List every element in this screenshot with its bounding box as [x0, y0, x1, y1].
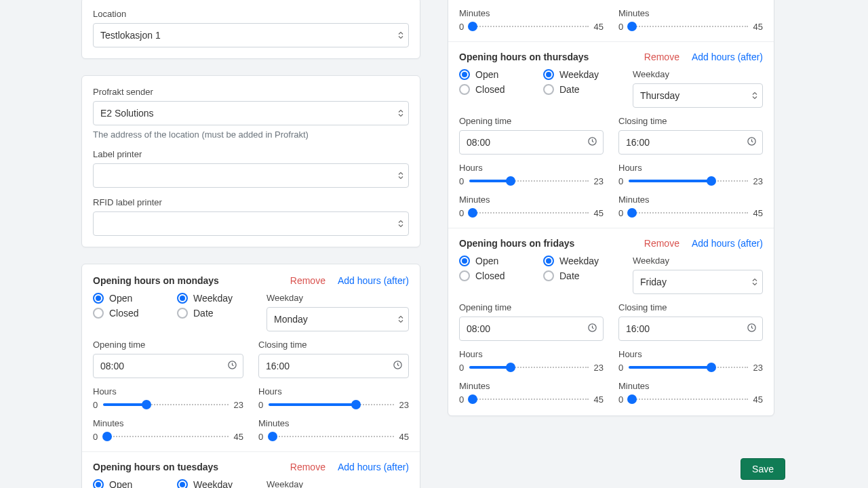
weekday-radio[interactable]: Weekday	[543, 256, 618, 266]
weekday-radio-label: Weekday	[193, 479, 233, 488]
date-radio[interactable]: Date	[177, 308, 252, 319]
weekday-select[interactable]	[633, 83, 763, 108]
clock-icon	[747, 323, 757, 335]
closed-radio[interactable]: Closed	[459, 84, 534, 95]
slider-min: 0	[618, 363, 623, 373]
weekday-radio[interactable]: Weekday	[177, 479, 252, 488]
weekday-radio-label: Weekday	[559, 69, 599, 80]
minutes-slider[interactable]	[469, 207, 588, 218]
hours-slider[interactable]	[629, 362, 747, 373]
weekday-radio[interactable]: Weekday	[543, 69, 618, 80]
date-radio-label: Date	[559, 84, 580, 95]
hours-slider-label: Hours	[459, 163, 604, 173]
opening-time-input[interactable]	[459, 130, 604, 155]
hours-slider[interactable]	[629, 176, 747, 186]
weekday-radio-label: Weekday	[559, 256, 599, 266]
weekday-radio-label: Weekday	[193, 293, 233, 304]
thursday-title: Opening hours on thursdays	[459, 52, 589, 62]
closed-radio-label: Closed	[475, 84, 505, 95]
weekday-field-label: Weekday	[267, 293, 409, 303]
clock-icon	[587, 136, 597, 148]
weekday-field-label: Weekday	[633, 256, 763, 266]
save-button[interactable]: Save	[741, 458, 785, 480]
friday-title: Opening hours on fridays	[459, 238, 574, 249]
slider-min: 0	[618, 176, 623, 186]
opening-time-label: Opening time	[459, 302, 604, 312]
weekday-select[interactable]	[633, 270, 763, 294]
hours-slider-label: Hours	[258, 386, 409, 396]
hours-slider[interactable]	[469, 362, 588, 373]
opening-time-input[interactable]	[459, 317, 604, 341]
add-hours-link[interactable]: Add hours (after)	[692, 238, 763, 249]
profrakt-sender-label: Profrakt sender	[93, 87, 409, 97]
minutes-slider[interactable]	[629, 394, 747, 405]
hours-slider[interactable]	[469, 176, 588, 186]
minutes-slider-label: Minutes	[618, 195, 763, 205]
closed-radio-label: Closed	[475, 270, 505, 281]
clock-icon	[587, 323, 597, 335]
closing-time-label: Closing time	[618, 302, 763, 312]
tuesday-title: Opening hours on tuesdays	[93, 462, 218, 472]
date-radio[interactable]: Date	[543, 84, 618, 95]
hours-slider[interactable]	[103, 399, 228, 410]
minutes-slider[interactable]	[103, 431, 228, 442]
date-radio[interactable]: Date	[543, 270, 618, 281]
slider-max: 45	[753, 394, 763, 405]
hours-slider[interactable]	[269, 399, 393, 410]
minutes-slider[interactable]	[469, 394, 588, 405]
add-hours-link[interactable]: Add hours (after)	[692, 52, 763, 62]
monday-title: Opening hours on mondays	[93, 275, 219, 286]
slider-max: 23	[399, 400, 409, 410]
slider-min: 0	[618, 22, 623, 32]
minutes-slider[interactable]	[469, 21, 588, 32]
open-radio[interactable]: Open	[459, 256, 534, 266]
rfid-label-printer-label: RFID label printer	[93, 197, 409, 207]
open-radio[interactable]: Open	[93, 293, 167, 304]
open-radio[interactable]: Open	[459, 69, 534, 80]
add-hours-link[interactable]: Add hours (after)	[338, 462, 409, 472]
add-hours-link[interactable]: Add hours (after)	[338, 275, 409, 286]
slider-min: 0	[459, 22, 464, 32]
open-radio-label: Open	[475, 256, 498, 266]
location-label: Location	[93, 9, 409, 19]
closed-radio[interactable]: Closed	[93, 308, 167, 319]
slider-min: 0	[618, 394, 623, 405]
remove-link[interactable]: Remove	[644, 52, 679, 62]
opening-time-input[interactable]	[93, 354, 243, 378]
location-card: Location	[81, 0, 420, 59]
hours-slider-label: Hours	[93, 386, 243, 396]
opening-time-label: Opening time	[459, 116, 604, 126]
open-radio-label: Open	[109, 293, 132, 304]
weekday-radio[interactable]: Weekday	[177, 293, 252, 304]
minutes-slider[interactable]	[269, 431, 393, 442]
open-radio-label: Open	[475, 69, 498, 80]
closing-time-input[interactable]	[258, 354, 409, 378]
remove-link[interactable]: Remove	[290, 462, 326, 472]
slider-max: 45	[753, 208, 763, 218]
location-select[interactable]	[93, 23, 409, 47]
slider-max: 45	[399, 432, 409, 442]
minutes-slider-label: Minutes	[258, 418, 409, 428]
closing-time-input[interactable]	[618, 130, 763, 155]
slider-min: 0	[459, 176, 464, 186]
open-radio[interactable]: Open	[93, 479, 167, 488]
date-radio-label: Date	[559, 270, 580, 281]
hours-slider-label: Hours	[618, 163, 763, 173]
minutes-slider[interactable]	[629, 207, 747, 218]
minutes-slider-label: Minutes	[93, 418, 243, 428]
rfid-label-printer-select[interactable]	[93, 211, 409, 236]
open-radio-label: Open	[109, 479, 132, 488]
clock-icon	[747, 136, 757, 148]
profrakt-sender-select[interactable]	[93, 101, 409, 125]
closing-time-input[interactable]	[618, 317, 763, 341]
clock-icon	[393, 360, 403, 372]
slider-min: 0	[258, 400, 263, 410]
weekday-select[interactable]	[267, 307, 409, 331]
remove-link[interactable]: Remove	[290, 275, 326, 286]
minutes-slider[interactable]	[629, 21, 747, 32]
label-printer-select[interactable]	[93, 163, 409, 188]
closed-radio[interactable]: Closed	[459, 270, 534, 281]
closing-time-label: Closing time	[618, 116, 763, 126]
remove-link[interactable]: Remove	[644, 238, 679, 249]
slider-min: 0	[93, 432, 98, 442]
